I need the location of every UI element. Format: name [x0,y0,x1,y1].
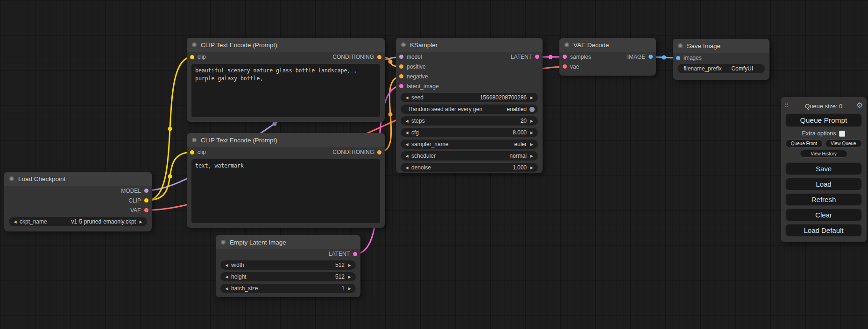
drag-handle-icon[interactable]: ⠿ [784,102,789,109]
conditioning-slot-dot-icon[interactable] [377,150,381,154]
vae-slot-dot-icon[interactable] [144,208,148,212]
collapse-dot-icon[interactable] [9,176,14,181]
height-widget[interactable]: ◀ height 512 ▶ [220,272,356,281]
clear-button[interactable]: Clear [785,209,862,221]
output-slot-conditioning[interactable]: CONDITIONING [332,149,381,155]
node-save-image[interactable]: Save Image images filename_prefix ComfyU… [673,39,769,80]
left-arrow-icon[interactable]: ◀ [404,154,410,158]
clip-slot-dot-icon[interactable] [144,198,148,203]
node-title-bar[interactable]: CLIP Text Encode (Prompt) [187,38,385,52]
left-arrow-icon[interactable]: ◀ [224,275,230,279]
load-default-button[interactable]: Load Default [785,224,862,237]
right-arrow-icon[interactable]: ▶ [346,263,353,267]
latent-slot-dot-icon[interactable] [399,84,403,88]
right-arrow-icon[interactable]: ▶ [529,142,535,147]
toggle-knob-icon[interactable] [529,107,535,112]
scheduler-widget[interactable]: ◀ scheduler normal ▶ [401,151,538,161]
random-seed-toggle-widget[interactable]: Random seed after every gen enabled [401,105,538,114]
input-slot-samples[interactable]: samples [563,54,591,60]
conditioning-slot-dot-icon[interactable] [399,64,403,69]
node-title-bar[interactable]: Load Checkpoint [4,172,152,186]
input-slot-latent-image[interactable]: latent_image [399,83,439,90]
input-slot-images[interactable]: images [676,55,702,61]
node-load-checkpoint[interactable]: Load Checkpoint MODEL CLIP VAE ◀ ckpt_na… [4,172,152,231]
sampler-name-widget[interactable]: ◀ sampler_name euler ▶ [401,140,538,149]
node-title-bar[interactable]: Empty Latent Image [216,235,360,249]
latent-slot-dot-icon[interactable] [563,55,567,59]
clip-slot-dot-icon[interactable] [190,55,194,59]
steps-widget[interactable]: ◀ steps 20 ▶ [401,116,538,126]
left-arrow-icon[interactable]: ◀ [224,287,230,291]
input-slot-clip[interactable]: clip [190,149,206,155]
collapse-dot-icon[interactable] [221,240,226,245]
collapse-dot-icon[interactable] [192,42,197,47]
settings-gear-icon[interactable]: ⚙ [856,101,863,110]
node-title-bar[interactable]: Save Image [673,39,769,53]
collapse-dot-icon[interactable] [192,138,197,142]
input-slot-negative[interactable]: negative [399,73,428,80]
queue-menu-panel[interactable]: ⠿ Queue size: 0 ⚙ Queue Prompt Extra opt… [781,97,867,242]
seed-widget[interactable]: ◀ seed 156680208700286 ▶ [401,93,538,102]
conditioning-slot-dot-icon[interactable] [377,55,381,59]
right-arrow-icon[interactable]: ▶ [346,275,353,279]
left-arrow-icon[interactable]: ◀ [404,131,410,135]
conditioning-slot-dot-icon[interactable] [399,74,403,78]
clip-slot-dot-icon[interactable] [190,150,194,154]
node-title-bar[interactable]: KSampler [396,38,543,52]
right-arrow-icon[interactable]: ▶ [346,287,353,291]
node-vae-decode[interactable]: VAE Decode samples IMAGE vae [559,38,656,76]
latent-slot-dot-icon[interactable] [535,55,539,59]
model-slot-dot-icon[interactable] [399,55,403,59]
node-empty-latent-image[interactable]: Empty Latent Image LATENT ◀ width 512 ▶ … [216,235,360,297]
cfg-widget[interactable]: ◀ cfg 8.000 ▶ [401,128,538,137]
node-clip-text-encode-positive[interactable]: CLIP Text Encode (Prompt) clip CONDITION… [187,38,385,122]
left-arrow-icon[interactable]: ◀ [224,263,230,267]
comfyui-canvas[interactable]: { "colors": { "slot_MODEL": "#b39ddb", "… [0,0,868,329]
node-ksampler[interactable]: KSampler model LATENT positive negative … [396,38,543,173]
left-arrow-icon[interactable]: ◀ [404,142,410,147]
right-arrow-icon[interactable]: ▶ [529,131,535,135]
collapse-dot-icon[interactable] [678,43,683,48]
right-arrow-icon[interactable]: ▶ [529,96,535,100]
model-slot-dot-icon[interactable] [144,189,148,193]
ckpt-name-widget[interactable]: ◀ ckpt_name v1-5-pruned-emaonly.ckpt ▶ [9,217,147,226]
output-slot-vae[interactable]: VAE [130,207,148,214]
extra-options-checkbox[interactable] [839,131,845,137]
right-arrow-icon[interactable]: ▶ [529,119,535,123]
right-arrow-icon[interactable]: ▶ [529,166,535,170]
latent-slot-dot-icon[interactable] [353,252,357,256]
left-arrow-icon[interactable]: ◀ [404,96,410,100]
output-slot-model[interactable]: MODEL [121,188,148,194]
output-slot-conditioning[interactable]: CONDITIONING [332,54,381,60]
queue-front-button[interactable]: Queue Front [785,140,823,147]
refresh-button[interactable]: Refresh [785,193,862,206]
node-title-bar[interactable]: CLIP Text Encode (Prompt) [187,133,385,147]
output-slot-image[interactable]: IMAGE [627,54,653,60]
left-arrow-icon[interactable]: ◀ [404,166,410,170]
prompt-textarea[interactable]: beautiful scenery nature glass bottle la… [191,64,380,117]
save-button[interactable]: Save [785,162,862,175]
output-slot-latent[interactable]: LATENT [511,54,539,60]
queue-prompt-button[interactable]: Queue Prompt [785,113,862,127]
node-clip-text-encode-negative[interactable]: CLIP Text Encode (Prompt) clip CONDITION… [187,133,385,228]
output-slot-clip[interactable]: CLIP [128,197,148,204]
vae-slot-dot-icon[interactable] [563,64,567,69]
left-arrow-icon[interactable]: ◀ [12,220,18,224]
node-title-bar[interactable]: VAE Decode [559,38,656,52]
input-slot-clip[interactable]: clip [190,54,206,60]
right-arrow-icon[interactable]: ▶ [138,220,144,224]
width-widget[interactable]: ◀ width 512 ▶ [220,260,356,270]
filename-prefix-widget[interactable]: filename_prefix ComfyUI [677,64,765,73]
batch-size-widget[interactable]: ◀ batch_size 1 ▶ [220,284,356,293]
input-slot-vae[interactable]: vae [563,63,579,70]
input-slot-positive[interactable]: positive [399,63,426,70]
denoise-widget[interactable]: ◀ denoise 1.000 ▶ [401,163,538,172]
collapse-dot-icon[interactable] [401,42,406,47]
load-button[interactable]: Load [785,178,862,190]
view-history-button[interactable]: View History [800,150,847,158]
output-slot-latent[interactable]: LATENT [329,251,357,257]
left-arrow-icon[interactable]: ◀ [404,119,410,123]
collapse-dot-icon[interactable] [565,42,569,47]
image-slot-dot-icon[interactable] [649,55,653,59]
image-slot-dot-icon[interactable] [676,56,680,60]
